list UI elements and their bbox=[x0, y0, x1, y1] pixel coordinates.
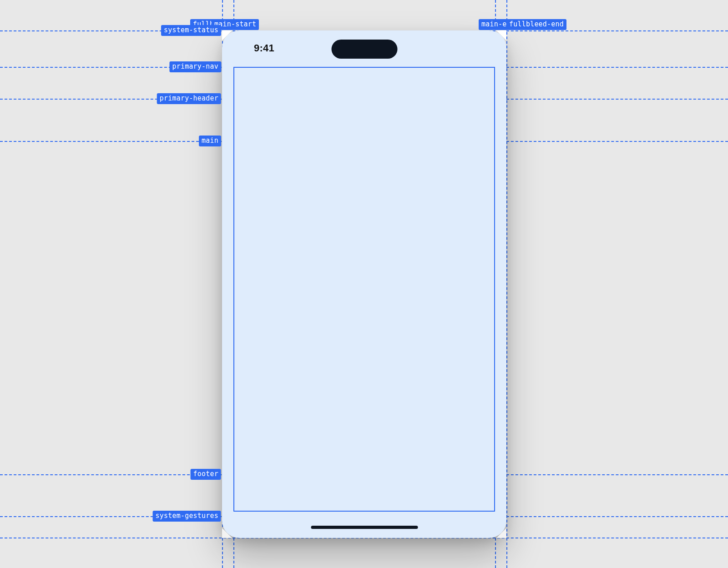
home-indicator bbox=[311, 526, 418, 529]
label-system-status: system-status bbox=[161, 25, 221, 36]
status-bar-time: 9:41 bbox=[254, 42, 274, 54]
guide-fullbleed-end-line bbox=[506, 0, 507, 568]
device-frame: 9:41 bbox=[222, 30, 506, 538]
label-system-gestures: system-gestures bbox=[153, 511, 221, 522]
label-primary-nav: primary-nav bbox=[169, 61, 221, 72]
label-footer: footer bbox=[191, 469, 221, 480]
label-main: main bbox=[199, 136, 221, 146]
label-fullbleed-end: fullbleed-end bbox=[506, 19, 566, 30]
label-primary-header: primary-header bbox=[157, 93, 221, 104]
safe-area-box bbox=[233, 67, 495, 512]
dynamic-island bbox=[331, 40, 397, 59]
